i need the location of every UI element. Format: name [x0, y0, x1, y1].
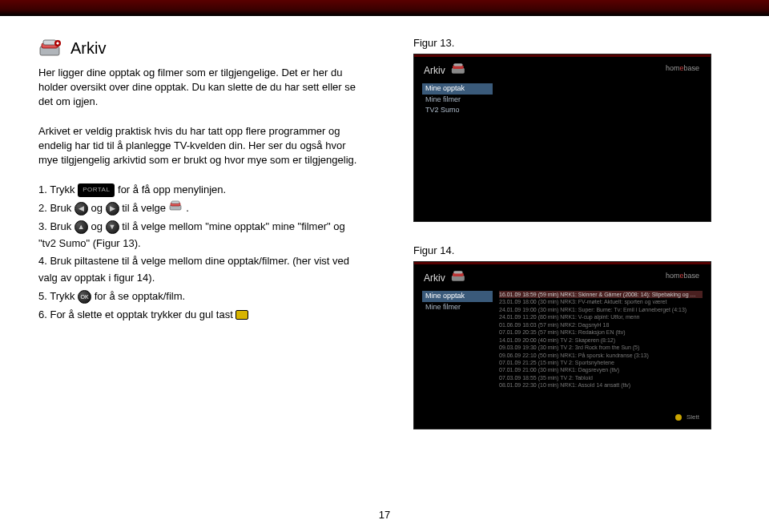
step-4: 4. Bruk piltastene til å velge mellom di… — [38, 253, 359, 287]
arkiv-mini-icon — [450, 270, 468, 285]
yellow-dot-icon — [675, 414, 682, 421]
list-item: 01.06.09 18:03 (57 min) NRK2: DagsnyH 18 — [499, 321, 703, 328]
section-title: Arkiv — [70, 39, 106, 58]
tv-red-strip — [414, 262, 711, 264]
list-item: 09.06.09 22:10 (50 min) NRK1: På sporsk:… — [499, 352, 703, 359]
list-item: 24.01.09 19:00 (30 min) NRK1: Super: Bum… — [499, 306, 703, 313]
step-1: 1. Trykk PORTAL for å få opp menylinjen. — [38, 182, 359, 199]
step-5: 5. Trykk OK for å se opptak/film. — [38, 288, 359, 305]
top-red-bar — [0, 0, 769, 16]
list-item: 24.01.09 11:20 (80 min) NRK1: V-cup alpi… — [499, 313, 703, 320]
yellow-button-icon — [236, 310, 248, 320]
section-heading: Arkiv — [38, 38, 359, 58]
menu-item: TV2 Sumo — [422, 105, 493, 116]
menu-item: Mine opptak — [422, 291, 493, 302]
figure-14-label: Figur 14. — [413, 244, 734, 256]
step-text: for å få opp menylinjen. — [118, 183, 226, 195]
tv-side-menu: Mine opptak Mine filmer TV2 Sumo — [422, 83, 493, 116]
svg-rect-9 — [453, 63, 462, 66]
portal-button-icon: PORTAL — [78, 183, 115, 197]
svg-rect-6 — [171, 201, 179, 204]
homebase-part: hom — [666, 64, 680, 72]
step-6: 6. For å slette et opptak trykker du gul… — [38, 307, 359, 324]
svg-rect-12 — [453, 271, 462, 273]
arrow-down-icon: ▼ — [106, 220, 119, 234]
tv-title: Arkiv — [424, 65, 445, 76]
homebase-logo: homebase — [666, 64, 699, 72]
step-text: 5. Trykk — [38, 290, 78, 302]
list-item: 07.03.09 18:55 (35 min) TV 2: Tabloid — [499, 374, 703, 381]
tv-recordings-list: 16.01.09 18:59 (59 min) NRK1: Skinner & … — [499, 291, 703, 389]
list-item: 16.01.09 18:59 (59 min) NRK1: Skinner & … — [499, 291, 703, 298]
step-2: 2. Bruk ◀ og ▶ til å velge . — [38, 200, 359, 217]
homebase-part: base — [683, 64, 699, 72]
list-item: 14.01.09 20:00 (40 min) TV 2: Skaperen (… — [499, 337, 703, 344]
step-text: og — [91, 202, 105, 214]
arkiv-mini-icon — [169, 200, 183, 217]
tv-header: Arkiv — [424, 270, 468, 285]
arrow-up-icon: ▲ — [74, 220, 88, 234]
arrow-right-icon: ▶ — [106, 202, 119, 216]
figure-14-screenshot: Arkiv homebase Mine opptak Mine filmer 1… — [413, 261, 711, 429]
menu-item: Mine filmer — [422, 302, 493, 313]
figure-13-screenshot: Arkiv homebase Mine opptak Mine filmer T… — [413, 54, 711, 222]
step-text: 2. Bruk — [38, 202, 74, 214]
arkiv-icon — [38, 38, 64, 58]
homebase-part: base — [683, 272, 699, 280]
step-text: 3. Bruk — [38, 220, 74, 232]
list-item: 07.01.09 21:00 (30 min) NRK1: Dagsrevyen… — [499, 366, 703, 373]
intro-paragraph-2: Arkivet er veldig praktisk hvis du har t… — [38, 124, 359, 168]
tv-header: Arkiv — [424, 62, 468, 78]
homebase-part: hom — [666, 272, 680, 280]
homebase-logo: homebase — [666, 272, 699, 280]
list-item: 07.01.09 20:35 (57 min) NRK1: Redaksjon … — [499, 328, 703, 336]
step-text: . — [186, 202, 189, 214]
list-item: 08.01.09 22:30 (10 min) NRK1: Assold 14 … — [499, 381, 703, 389]
page-number: 17 — [0, 509, 769, 521]
tv-red-strip — [414, 54, 711, 57]
step-text: for å se opptak/film. — [95, 290, 185, 302]
intro-paragraph-1: Her ligger dine opptak og filmer som er … — [38, 66, 359, 110]
arrow-left-icon: ◀ — [74, 202, 88, 216]
figure-13-label: Figur 13. — [413, 37, 734, 49]
step-text: 6. For å slette et opptak trykker du gul… — [38, 308, 236, 320]
menu-item: Mine filmer — [422, 95, 493, 106]
menu-item: Mine opptak — [422, 83, 493, 95]
left-column: Arkiv Her ligger dine opptak og filmer s… — [38, 38, 359, 325]
list-item: 07.01.09 21:25 (15 min) TV 2: Sportsnyhe… — [499, 359, 703, 366]
step-text: og — [91, 220, 105, 232]
right-column: Figur 13. Arkiv homebase Mine opptak Min… — [413, 37, 734, 452]
step-3: 3. Bruk ▲ og ▼ til å velge mellom "mine … — [38, 219, 359, 252]
arkiv-mini-icon — [450, 62, 468, 78]
step-text: til å velge — [122, 202, 169, 214]
instruction-list: 1. Trykk PORTAL for å få opp menylinjen.… — [38, 182, 359, 324]
tv-footer: Slett — [675, 413, 699, 421]
step-text: 1. Trykk — [38, 183, 78, 195]
list-item: 09.03.09 19:30 (30 min) TV 2: 3rd Rock f… — [499, 344, 703, 351]
svg-rect-2 — [43, 40, 56, 45]
tv-title: Arkiv — [424, 272, 445, 284]
ok-button-icon: OK — [78, 290, 91, 304]
tv-side-menu: Mine opptak Mine filmer — [422, 291, 493, 312]
slett-label: Slett — [686, 413, 699, 421]
list-item: 23.01.09 18:00 (30 min) NRK3: FV-møtet: … — [499, 298, 703, 305]
